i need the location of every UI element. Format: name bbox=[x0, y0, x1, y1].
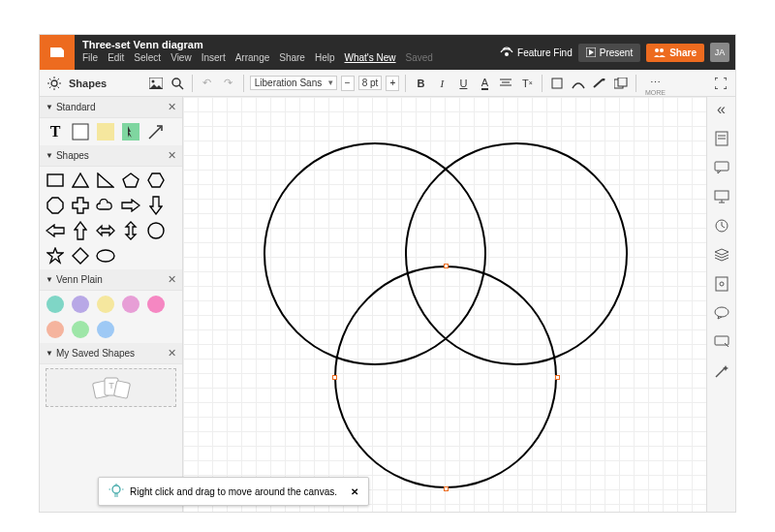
notes-icon[interactable] bbox=[713, 130, 730, 147]
menu-select[interactable]: Select bbox=[134, 51, 161, 65]
panel-header-saved[interactable]: ▼My Saved Shapes✕ bbox=[40, 343, 182, 364]
panel-header-shapes[interactable]: ▼Shapes✕ bbox=[40, 145, 182, 167]
present-button[interactable]: Present bbox=[578, 44, 640, 62]
svg-point-0 bbox=[505, 52, 509, 56]
underline-icon[interactable]: U bbox=[454, 75, 472, 92]
data-icon[interactable] bbox=[713, 275, 730, 293]
history-icon[interactable] bbox=[713, 217, 730, 235]
user-avatar[interactable]: JA bbox=[710, 43, 729, 62]
font-size-minus[interactable]: − bbox=[341, 76, 355, 91]
note-tool[interactable] bbox=[96, 122, 115, 141]
panel-title: Shapes bbox=[56, 150, 89, 161]
clear-format-icon[interactable]: T× bbox=[518, 75, 536, 92]
menu-arrange[interactable]: Arrange bbox=[235, 51, 270, 65]
close-icon[interactable]: ✕ bbox=[168, 347, 176, 360]
menu-edit[interactable]: Edit bbox=[108, 51, 124, 65]
shape-triangle[interactable] bbox=[71, 171, 90, 190]
hotspot-tool[interactable] bbox=[121, 122, 140, 141]
shape-arrow-ud[interactable] bbox=[121, 221, 140, 240]
arrow-tool[interactable] bbox=[146, 122, 166, 141]
shape-arrow-right[interactable] bbox=[121, 196, 140, 215]
chat-icon[interactable] bbox=[713, 304, 730, 322]
block-tool[interactable] bbox=[71, 122, 90, 141]
shape-ellipse[interactable] bbox=[96, 246, 115, 266]
feature-find-button[interactable]: Feature Find bbox=[500, 47, 573, 58]
venn-color-2[interactable] bbox=[96, 295, 115, 314]
present-panel-icon[interactable] bbox=[713, 188, 730, 205]
venn-circle-C[interactable] bbox=[334, 266, 557, 488]
shapes-sidebar: ▼Standard✕ T ▼Shapes✕ bbox=[40, 97, 183, 512]
layers-icon[interactable] bbox=[713, 246, 730, 264]
menu-insert[interactable]: Insert bbox=[202, 51, 226, 65]
shape-cross[interactable] bbox=[71, 196, 90, 215]
fullscreen-icon[interactable] bbox=[712, 75, 729, 92]
share-button[interactable]: Share bbox=[646, 44, 704, 62]
venn-color-4[interactable] bbox=[146, 295, 166, 314]
menu-file[interactable]: File bbox=[82, 51, 98, 65]
comments-icon[interactable] bbox=[713, 159, 730, 176]
shape-pentagon[interactable] bbox=[121, 171, 140, 190]
panel-header-standard[interactable]: ▼Standard✕ bbox=[40, 97, 182, 118]
svg-point-22 bbox=[97, 250, 114, 262]
font-size-plus[interactable]: + bbox=[386, 76, 399, 91]
selection-handle[interactable] bbox=[555, 375, 560, 380]
close-icon[interactable]: ✕ bbox=[168, 149, 176, 162]
more-icon[interactable]: ⋯MORE bbox=[642, 75, 667, 92]
menu-share[interactable]: Share bbox=[279, 51, 305, 65]
selection-handle[interactable] bbox=[444, 486, 449, 491]
shape-arrow-left[interactable] bbox=[46, 221, 65, 240]
align-icon[interactable] bbox=[497, 75, 514, 92]
shape-arrow-lr[interactable] bbox=[96, 221, 115, 240]
shape-octagon[interactable] bbox=[46, 196, 65, 215]
close-icon[interactable]: ✕ bbox=[168, 101, 176, 113]
shape-right-triangle[interactable] bbox=[96, 171, 115, 190]
menu-view[interactable]: View bbox=[170, 51, 192, 65]
shape-star[interactable] bbox=[46, 246, 65, 266]
text-tool[interactable]: T bbox=[46, 122, 65, 141]
shape-cloud[interactable] bbox=[96, 196, 115, 215]
canvas[interactable] bbox=[183, 97, 706, 512]
separator bbox=[192, 75, 193, 92]
search-icon[interactable] bbox=[169, 75, 186, 92]
venn-color-5[interactable] bbox=[46, 320, 65, 339]
gear-icon[interactable] bbox=[46, 75, 63, 92]
shape-arrow-up[interactable] bbox=[71, 221, 90, 240]
panel-header-venn[interactable]: ▼Venn Plain✕ bbox=[40, 269, 182, 291]
italic-icon[interactable]: I bbox=[433, 75, 450, 92]
venn-color-0[interactable] bbox=[46, 295, 65, 314]
svg-text:T: T bbox=[108, 381, 114, 391]
font-size-input[interactable]: 8 pt bbox=[358, 76, 383, 90]
close-icon[interactable]: ✕ bbox=[168, 273, 176, 286]
image-icon[interactable] bbox=[147, 75, 165, 92]
venn-color-7[interactable] bbox=[96, 320, 115, 339]
menu-help[interactable]: Help bbox=[315, 51, 335, 65]
actions-icon[interactable] bbox=[713, 333, 730, 351]
venn-color-6[interactable] bbox=[71, 320, 90, 339]
document-title[interactable]: Three-set Venn diagram bbox=[82, 35, 500, 51]
bold-icon[interactable]: B bbox=[412, 75, 429, 92]
fill-icon[interactable] bbox=[548, 75, 566, 92]
shape-rect[interactable] bbox=[46, 171, 65, 190]
venn-color-3[interactable] bbox=[121, 295, 140, 314]
undo-icon[interactable]: ↶ bbox=[199, 75, 216, 92]
shape-circle[interactable] bbox=[146, 221, 166, 240]
selection-handle[interactable] bbox=[444, 264, 449, 268]
venn-color-1[interactable] bbox=[71, 295, 90, 314]
app-logo[interactable] bbox=[40, 35, 75, 70]
shape-arrow-down[interactable] bbox=[146, 196, 166, 215]
redo-icon[interactable]: ↷ bbox=[220, 75, 237, 92]
shape-diamond[interactable] bbox=[71, 246, 90, 266]
selection-handle[interactable] bbox=[332, 375, 337, 380]
text-color-icon[interactable]: A bbox=[476, 75, 493, 92]
magic-icon[interactable] bbox=[713, 362, 730, 380]
close-icon[interactable]: ✕ bbox=[351, 486, 358, 497]
panel-title: Standard bbox=[56, 102, 96, 112]
line-width-icon[interactable] bbox=[591, 75, 608, 92]
shape-hexagon[interactable] bbox=[146, 171, 166, 190]
menu-whats-new[interactable]: What's New bbox=[345, 51, 396, 65]
line-style-icon[interactable] bbox=[570, 75, 587, 92]
saved-shapes-placeholder[interactable]: T bbox=[46, 368, 176, 407]
font-family-select[interactable]: Liberation Sans bbox=[250, 76, 337, 90]
shape-options-icon[interactable] bbox=[612, 75, 630, 92]
collapse-icon[interactable]: « bbox=[713, 101, 730, 118]
